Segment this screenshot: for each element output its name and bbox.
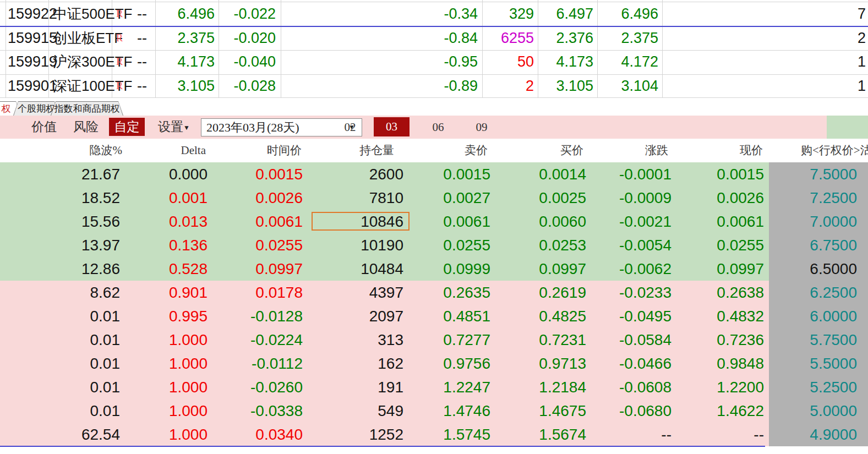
cell-time_value[interactable]: -0.0224 xyxy=(215,328,303,352)
cell-pct[interactable]: -0.34 xyxy=(386,2,478,26)
cell-delta[interactable]: 1.000 xyxy=(132,375,208,399)
cell-strike[interactable]: 6.2500 xyxy=(769,281,857,304)
option-row[interactable]: 0.011.000-0.02601911.22471.2184-0.06081.… xyxy=(0,375,769,399)
cell-ask[interactable]: 0.0027 xyxy=(407,186,490,210)
cell-time_value[interactable]: -0.0112 xyxy=(215,352,303,375)
cell-ask[interactable]: 1.5745 xyxy=(407,423,490,446)
cell-vol[interactable]: 329 xyxy=(483,2,534,26)
cell-time_value[interactable]: 0.0061 xyxy=(215,210,303,233)
cell-last[interactable]: 1.4622 xyxy=(683,399,764,423)
cell-ask[interactable]: 3.105 xyxy=(541,74,593,98)
cell-pct[interactable]: -0.84 xyxy=(386,26,478,50)
cell-last[interactable]: 0.7236 xyxy=(683,328,764,352)
cell-clipped[interactable]: 1 xyxy=(858,74,868,98)
cell-flag[interactable]: R xyxy=(112,74,127,98)
month-tab-03[interactable]: 03 xyxy=(374,117,410,136)
cell-change[interactable]: -0.0680 xyxy=(589,399,672,423)
cell-strike[interactable]: 7.2500 xyxy=(769,186,857,210)
cell-vol[interactable]: 6255 xyxy=(483,26,534,50)
cell-change[interactable]: -0.0001 xyxy=(589,162,672,186)
cell-iv[interactable]: 0.01 xyxy=(22,352,120,375)
cell-delta[interactable]: 1.000 xyxy=(132,399,208,423)
cell-delta[interactable]: 1.000 xyxy=(132,352,208,375)
cell-open_interest[interactable]: 549 xyxy=(314,399,403,423)
cell-time_value[interactable]: 0.0997 xyxy=(215,257,303,281)
cell-bid[interactable]: 2.375 xyxy=(604,26,658,50)
cell-open_interest[interactable]: 7810 xyxy=(314,186,403,210)
cell-ask[interactable]: 4.173 xyxy=(541,50,593,74)
cell-delta[interactable]: 0.136 xyxy=(132,233,208,257)
option-row[interactable]: 18.520.0010.002678100.00270.0025-0.00090… xyxy=(0,186,769,210)
sheet-tab[interactable]: 指数和商品期权 xyxy=(51,101,123,116)
cell-name[interactable]: 中证500ETF xyxy=(53,2,113,26)
cell-change[interactable]: -0.0584 xyxy=(589,328,672,352)
cell-delta[interactable]: 0.013 xyxy=(132,210,208,233)
cell-last[interactable]: 1.2200 xyxy=(683,375,764,399)
cell-strike[interactable]: 4.9000 xyxy=(769,423,857,446)
cell-ask[interactable]: 0.0999 xyxy=(407,257,490,281)
cell-strike[interactable]: 5.5000 xyxy=(769,352,857,375)
option-row[interactable]: 0.011.000-0.02243130.72770.7231-0.05840.… xyxy=(0,328,769,352)
cell-strike[interactable]: 6.7500 xyxy=(769,233,857,257)
cell-open_interest[interactable]: 162 xyxy=(314,352,403,375)
cell-open_interest[interactable]: 10484 xyxy=(314,257,403,281)
cell-flag[interactable]: R xyxy=(112,26,127,50)
cell-iv[interactable]: 8.62 xyxy=(22,281,120,304)
cell-bid[interactable]: 0.0025 xyxy=(503,186,586,210)
cell-iv[interactable]: 62.54 xyxy=(22,423,120,446)
month-tab-09[interactable]: 09 xyxy=(469,116,494,139)
cell-iv[interactable]: 0.01 xyxy=(22,375,120,399)
cell-time_value[interactable]: -0.0338 xyxy=(215,399,303,423)
quote-row[interactable]: 159915创业板ETFR--2.375-0.020-0.8462552.376… xyxy=(0,26,868,50)
cell-iv[interactable]: 13.97 xyxy=(22,233,120,257)
cell-strike[interactable]: 5.7500 xyxy=(769,328,857,352)
cell-strike[interactable]: 5.2500 xyxy=(769,375,857,399)
month-tab-02[interactable]: 02 xyxy=(337,116,363,139)
cell-change[interactable]: -0.0054 xyxy=(589,233,672,257)
cell-vol[interactable]: 2 xyxy=(483,74,534,98)
cell-strike[interactable]: 6.0000 xyxy=(769,304,857,328)
cell-change[interactable]: -0.040 xyxy=(220,50,276,74)
settings-button[interactable]: 设置▼ xyxy=(156,116,192,139)
cell-open_interest[interactable]: 10190 xyxy=(314,233,403,257)
cell-bid[interactable]: 1.5674 xyxy=(503,423,586,446)
cell-open_interest[interactable]: 2097 xyxy=(314,304,403,328)
cell-ask[interactable]: 0.9756 xyxy=(407,352,490,375)
cell-bid[interactable]: 1.4675 xyxy=(503,399,586,423)
cell-time_value[interactable]: 0.0255 xyxy=(215,233,303,257)
cell-open_interest[interactable]: 191 xyxy=(314,375,403,399)
cell-extra[interactable]: -- xyxy=(128,26,156,50)
cell-code[interactable]: 159922 xyxy=(8,2,47,26)
cell-last[interactable]: 0.0255 xyxy=(683,233,764,257)
cell-bid[interactable]: 0.4825 xyxy=(503,304,586,328)
cell-delta[interactable]: 0.901 xyxy=(132,281,208,304)
cell-clipped[interactable]: 2 xyxy=(858,26,868,50)
cell-time_value[interactable]: -0.0260 xyxy=(215,375,303,399)
quote-row[interactable]: 159919沪深300ETFR--4.173-0.040-0.95504.173… xyxy=(0,50,868,74)
cell-open_interest[interactable]: 2600 xyxy=(314,162,403,186)
toolbar-button-1[interactable]: 价值 xyxy=(25,116,63,139)
cell-time_value[interactable]: 0.0015 xyxy=(215,162,303,186)
cell-name[interactable]: 沪深300ETF xyxy=(53,50,113,74)
cell-name[interactable]: 深证100ETF xyxy=(53,74,113,98)
option-row[interactable]: 12.860.5280.0997104840.09990.0997-0.0062… xyxy=(0,257,769,281)
cell-delta[interactable]: 1.000 xyxy=(132,328,208,352)
cell-ask[interactable]: 0.0015 xyxy=(407,162,490,186)
toolbar-button-2[interactable]: 风险 xyxy=(67,116,105,139)
cell-strike[interactable]: 7.0000 xyxy=(769,210,857,233)
cell-ask[interactable]: 0.0255 xyxy=(407,233,490,257)
cell-change[interactable]: -0.0009 xyxy=(589,186,672,210)
cell-bid[interactable]: 0.0997 xyxy=(503,257,586,281)
cell-last[interactable]: 0.0061 xyxy=(683,210,764,233)
cell-delta[interactable]: 0.995 xyxy=(132,304,208,328)
cell-iv[interactable]: 15.56 xyxy=(22,210,120,233)
cell-bid[interactable]: 0.9713 xyxy=(503,352,586,375)
cell-last[interactable]: 0.0015 xyxy=(683,162,764,186)
cell-delta[interactable]: 1.000 xyxy=(132,423,208,446)
cell-strike[interactable]: 7.5000 xyxy=(769,162,857,186)
cell-iv[interactable]: 0.01 xyxy=(22,399,120,423)
cell-last[interactable]: 0.0997 xyxy=(683,257,764,281)
cell-ask[interactable]: 1.4746 xyxy=(407,399,490,423)
cell-last[interactable]: 6.496 xyxy=(156,2,215,26)
cell-ask[interactable]: 0.4851 xyxy=(407,304,490,328)
